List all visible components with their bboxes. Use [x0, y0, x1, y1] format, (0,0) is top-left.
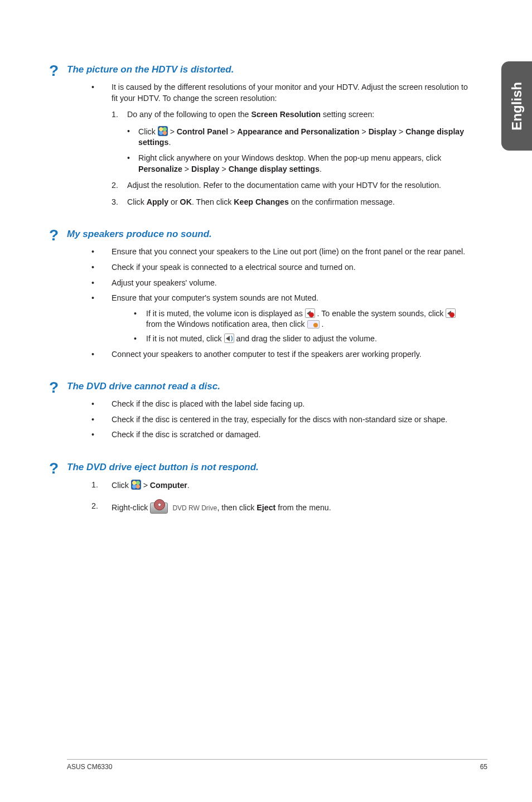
faq-hdtv-distorted: ? The picture on the HDTV is distorted. …: [67, 64, 468, 207]
volume-icon: [224, 334, 234, 343]
t: Click: [112, 481, 131, 490]
dvd-drive-icon: DVD RW Drive: [150, 501, 217, 515]
b: Display: [369, 127, 396, 136]
t: >: [168, 127, 177, 136]
t: >: [396, 127, 405, 136]
faq-title: The DVD drive eject button is not respon…: [67, 462, 259, 472]
t: setting screen:: [321, 110, 374, 119]
substep-click-path: Click > Control Panel > Appearance and P…: [67, 126, 468, 148]
bullet: Ensure that your computer's system sound…: [67, 293, 468, 304]
windows-start-icon: [158, 126, 168, 136]
b: Appearance and Personalization: [237, 127, 359, 136]
mixer-icon: [307, 320, 320, 328]
footer-page-number: 65: [480, 763, 487, 771]
step-1: 1. Click > Computer.: [67, 480, 468, 491]
page-content: ? The picture on the HDTV is distorted. …: [67, 64, 468, 537]
step-number: 2.: [91, 501, 98, 512]
b: Computer: [150, 481, 187, 490]
footer-model: ASUS CM6330: [67, 763, 112, 771]
faq-title: The picture on the HDTV is distorted.: [67, 64, 234, 75]
question-mark-icon: ?: [49, 62, 59, 80]
b: OK: [180, 197, 192, 206]
t: from the menu.: [275, 503, 331, 512]
b: Screen Resolution: [251, 110, 321, 119]
step-1: 1. Do any of the following to open the S…: [67, 109, 468, 120]
t: .: [320, 165, 322, 173]
step-number: 2.: [112, 180, 118, 191]
faq-title: My speakers produce no sound.: [67, 229, 212, 239]
faq-no-sound: ? My speakers produce no sound. Ensure t…: [67, 229, 468, 360]
t: .: [187, 481, 190, 490]
t: Right click anywhere on your Windows des…: [138, 153, 441, 162]
step-text: Click Apply or OK. Then click Keep Chang…: [127, 197, 395, 206]
step-text: Click > Computer.: [112, 481, 190, 490]
faq-dvd-eject: ? The DVD drive eject button is not resp…: [67, 462, 468, 516]
question-mark-icon: ?: [49, 460, 59, 477]
t: on the confirmation message.: [289, 197, 395, 206]
t: and drag the slider to adjust the volume…: [234, 334, 377, 343]
t: Click: [138, 127, 158, 136]
step-number: 3.: [112, 197, 118, 208]
t: . To enable the system sounds, click: [315, 309, 446, 318]
t: If it is not muted, click: [146, 334, 224, 343]
bullet: Check if the disc is placed with the lab…: [67, 399, 468, 410]
t: .: [168, 138, 171, 147]
language-tab-label: English: [509, 82, 525, 131]
volume-muted-icon: [305, 308, 315, 318]
step-3: 3. Click Apply or OK. Then click Keep Ch…: [67, 197, 468, 208]
step-number: 1.: [91, 480, 98, 491]
language-tab: English: [501, 61, 532, 151]
faq-dvd-read: ? The DVD drive cannot read a disc. Chec…: [67, 381, 468, 441]
t: >: [141, 481, 150, 490]
b: Apply: [147, 197, 168, 206]
bullet: Check if the disc is scratched or damage…: [67, 429, 468, 441]
b: Personalize: [138, 165, 182, 173]
dvd-drive-label: DVD RW Drive: [172, 504, 217, 513]
t: >: [228, 127, 237, 136]
t: .: [320, 320, 324, 328]
faq-intro: It is caused by the different resolution…: [67, 82, 468, 104]
t: Click: [127, 197, 147, 206]
sub-bullet-not-muted: If it is not muted, click and drag the s…: [67, 334, 468, 345]
page-footer: ASUS CM6330 65: [67, 759, 487, 771]
t: Do any of the following to open the: [127, 110, 251, 119]
b: Keep Changes: [234, 197, 289, 206]
bullet: Adjust your speakers' volume.: [67, 278, 468, 289]
step-text: Adjust the resolution. Refer to the docu…: [127, 181, 441, 190]
t: >: [182, 165, 191, 173]
t: >: [359, 127, 368, 136]
t: , then click: [217, 503, 257, 512]
question-mark-icon: ?: [49, 226, 59, 244]
volume-muted-icon: [446, 308, 456, 318]
bullet: Check if your speak is connected to a el…: [67, 262, 468, 273]
t: If it is muted, the volume icon is displ…: [146, 309, 305, 318]
b: Display: [191, 165, 219, 173]
b: Change display settings: [229, 165, 320, 173]
step-2: 2. Adjust the resolution. Refer to the d…: [67, 180, 468, 191]
bullet: Check if the disc is centered in the tra…: [67, 414, 468, 426]
sub-bullet-muted: If it is muted, the volume icon is displ…: [67, 308, 468, 330]
t: >: [220, 165, 229, 173]
t: or: [168, 197, 180, 206]
question-mark-icon: ?: [49, 379, 59, 397]
t: from the Windows notification area, then…: [146, 320, 307, 328]
step-text: Do any of the following to open the Scre…: [127, 110, 374, 119]
t: Right-click: [112, 503, 150, 512]
step-text: Right-click DVD RW Drive, then click Eje…: [112, 503, 331, 512]
substep-right-click: Right click anywhere on your Windows des…: [67, 153, 468, 175]
b: Control Panel: [177, 127, 228, 136]
t: . Then click: [192, 197, 234, 206]
b: Eject: [257, 503, 275, 512]
step-2: 2. Right-click DVD RW Drive, then click …: [67, 501, 468, 515]
step-number: 1.: [112, 109, 118, 120]
bullet: Connect your speakers to another compute…: [67, 349, 468, 360]
bullet: Ensure that you connect your speakers to…: [67, 247, 468, 258]
faq-title: The DVD drive cannot read a disc.: [67, 381, 220, 392]
windows-start-icon: [131, 480, 141, 490]
